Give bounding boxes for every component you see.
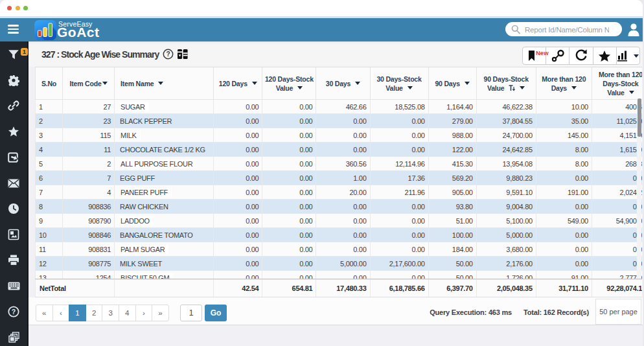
sidebar-item-image-export[interactable]	[0, 226, 27, 246]
scrollbar-thumb[interactable]	[638, 98, 641, 137]
page-button[interactable]: 3	[102, 305, 119, 321]
column-header[interactable]: Item Code	[63, 67, 115, 100]
sort-caret-icon	[102, 82, 108, 85]
table-row[interactable]: 131254BISCUIT 50 GM0.000.000.000.0050.00…	[36, 271, 643, 279]
table-cell: 54,900.00	[592, 214, 642, 228]
table-cell: 17.36	[370, 171, 428, 185]
sidebar-item-export[interactable]	[0, 149, 27, 168]
page-button[interactable]: ‹	[52, 305, 70, 321]
sidebar-item-favorite[interactable]	[0, 123, 27, 143]
user-icon[interactable]	[627, 23, 640, 40]
table-cell: 0.00	[262, 114, 316, 128]
column-header[interactable]: 90 Days-StockValue	[476, 67, 536, 100]
nodes-button[interactable]	[546, 47, 569, 64]
table-cell: 9,880.23	[476, 171, 536, 185]
table-row[interactable]: 67EGG PUFF0.000.001.0017.36569.209,880.2…	[36, 171, 643, 185]
page-button[interactable]: «	[36, 305, 53, 321]
table-cell: BLACK PEPPER	[115, 114, 214, 128]
page-button[interactable]: 1	[69, 305, 86, 321]
report-titlebar: 327 : Stock Age Wise Summary ?	[29, 41, 643, 67]
table-cell: 2	[63, 157, 115, 171]
table-row[interactable]: 127SUGAR0.000.00462.6618,525.081,164.404…	[36, 100, 643, 114]
page-button[interactable]: 2	[86, 305, 103, 321]
table-cell: 12,114.96	[370, 157, 428, 171]
search-input[interactable]	[523, 23, 610, 36]
table-cell: 360.56	[316, 157, 370, 171]
sidebar-item-email[interactable]	[0, 175, 27, 194]
sidebar-item-settings[interactable]	[0, 72, 27, 91]
table-row[interactable]: 52ALL PURPOSE FLOUR0.000.00360.5612,114.…	[36, 157, 643, 171]
per-page-select[interactable]: 50 per page	[595, 299, 641, 325]
table-cell: 279.00	[428, 114, 476, 128]
table-cell: CHOCOLATE CAKE 1/2 KG	[115, 143, 214, 157]
sidebar-item-filter[interactable]: 1	[0, 46, 27, 65]
table-row[interactable]: 9908790LADDOO0.000.000.000.0051.005,100.…	[36, 214, 643, 228]
star-button[interactable]	[593, 47, 617, 64]
table-cell: 0.00	[214, 128, 262, 143]
column-header[interactable]: 120 Days	[214, 67, 262, 100]
table-cell: 0.00	[214, 271, 262, 279]
bookmark-button[interactable]: New	[523, 47, 546, 64]
table-row[interactable]: 411CHOCOLATE CAKE 1/2 KG0.000.000.000.00…	[36, 143, 643, 157]
column-header[interactable]: 30 Days	[316, 67, 370, 100]
table-cell: 1,726.00	[476, 271, 536, 279]
table-scrollbar[interactable]	[637, 98, 641, 279]
menu-icon[interactable]	[8, 25, 19, 34]
table-cell: 908846	[63, 228, 115, 242]
table-row[interactable]: 8908836RAW CHICKEN0.000.000.000.0093.809…	[36, 200, 643, 214]
net-total-label: NetTotal	[36, 280, 115, 297]
column-header[interactable]: Item Name	[115, 67, 214, 100]
clock-icon	[8, 203, 19, 217]
go-button[interactable]: Go	[205, 305, 227, 321]
net-total-cell: 6,18,785.66	[370, 280, 428, 297]
sidebar-item-copy[interactable]	[0, 329, 27, 346]
table-cell: 5,000.00	[316, 257, 370, 271]
table-cell: 7	[36, 185, 63, 200]
table-cell: 0.00	[214, 114, 262, 128]
report-table-container[interactable]: S.NoItem CodeItem Name120 Days120 Days-S…	[35, 67, 642, 279]
table-cell: 0.00	[262, 185, 316, 200]
column-header[interactable]: More than 120Days-StockValue	[592, 67, 642, 100]
table-row[interactable]: 223BLACK PEPPER0.000.000.000.00279.0037,…	[36, 114, 643, 128]
minimize-window-button[interactable]	[16, 6, 20, 10]
sidebar-item-help[interactable]: ?	[0, 303, 27, 323]
sidebar-item-link[interactable]	[0, 97, 27, 117]
table-cell: 0.00	[370, 242, 428, 257]
refresh-button[interactable]	[569, 47, 593, 64]
table-cell: 0.00	[536, 228, 592, 242]
column-header[interactable]: More than 120Days	[536, 67, 592, 100]
maximize-window-button[interactable]	[23, 6, 28, 10]
column-header[interactable]: S.No	[36, 67, 63, 100]
net-total-cell: 654.81	[262, 280, 316, 297]
table-cell: 2,17,600.00	[370, 257, 428, 271]
goto-page-input[interactable]	[180, 305, 202, 321]
column-header[interactable]: 120 Days-StockValue	[262, 67, 316, 100]
table-row[interactable]: 12908775MILK SWEET0.000.005,000.002,17,6…	[36, 257, 643, 271]
table-cell: 0.00	[370, 228, 428, 242]
copy-icon	[8, 332, 19, 345]
page-button[interactable]: »	[152, 305, 169, 321]
column-header[interactable]: 90 Days	[428, 67, 476, 100]
page-button[interactable]: 4	[119, 305, 136, 321]
gear-icon	[8, 75, 19, 89]
table-cell: 20.00	[316, 185, 370, 200]
column-header[interactable]: 30 Days-StockValue	[370, 67, 428, 100]
grid-layout-icon[interactable]	[178, 49, 188, 59]
sidebar-item-keyboard[interactable]	[0, 277, 27, 297]
chart-type-button[interactable]	[617, 47, 639, 64]
close-window-button[interactable]	[7, 6, 12, 10]
help-icon[interactable]: ?	[163, 49, 174, 60]
table-cell: 0.00	[214, 100, 262, 114]
table-row[interactable]: 10908846BANGALORE TOMATO0.000.000.000.00…	[36, 228, 643, 242]
table-row[interactable]: 11908831PALM SUGAR0.000.000.000.00184.00…	[36, 242, 643, 257]
table-row[interactable]: 74PANEER PUFF0.000.0020.00211.96905.009,…	[36, 185, 643, 200]
sidebar-item-print[interactable]	[0, 252, 27, 271]
page-button[interactable]: ›	[135, 305, 153, 321]
sidebar-item-schedule[interactable]	[0, 200, 27, 220]
goact-logo-icon	[34, 20, 56, 43]
image-icon	[8, 229, 19, 243]
sort-caret-icon	[520, 86, 525, 89]
table-cell: 27	[63, 100, 115, 114]
table-cell: 0.00	[316, 114, 370, 128]
table-row[interactable]: 3115MILK0.000.000.000.00988.0024,700.001…	[36, 128, 643, 143]
